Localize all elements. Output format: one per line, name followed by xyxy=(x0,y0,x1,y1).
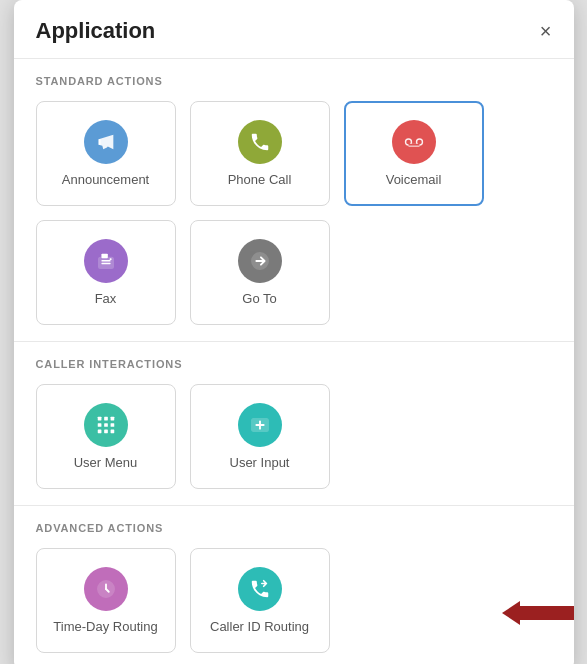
arrow-indicator xyxy=(502,601,574,625)
user-input-icon xyxy=(238,403,282,447)
advanced-actions-section: ADVANCED ACTIONS Time-Day Routing xyxy=(14,506,574,663)
go-to-icon xyxy=(238,239,282,283)
svg-rect-10 xyxy=(109,258,111,260)
svg-point-4 xyxy=(417,140,422,145)
svg-rect-16 xyxy=(104,423,108,427)
svg-rect-14 xyxy=(110,417,114,421)
user-menu-label: User Menu xyxy=(74,455,138,470)
caller-id-routing-card[interactable]: Caller ID Routing xyxy=(190,548,330,653)
caller-id-routing-icon xyxy=(238,567,282,611)
svg-rect-7 xyxy=(101,260,110,261)
application-modal: Application × STANDARD ACTIONS Announcem… xyxy=(14,0,574,664)
user-input-card[interactable]: User Input xyxy=(190,384,330,489)
svg-point-3 xyxy=(406,140,411,145)
svg-rect-9 xyxy=(101,254,107,259)
caller-interactions-label: CALLER INTERACTIONS xyxy=(36,358,552,370)
announcement-label: Announcement xyxy=(62,172,149,187)
time-day-routing-label: Time-Day Routing xyxy=(53,619,157,634)
go-to-label: Go To xyxy=(242,291,276,306)
advanced-actions-grid: Time-Day Routing Caller ID Routing xyxy=(36,548,552,653)
user-menu-card[interactable]: User Menu xyxy=(36,384,176,489)
caller-id-routing-label: Caller ID Routing xyxy=(210,619,309,634)
caller-interactions-grid: User Menu User Input xyxy=(36,384,552,489)
announcement-icon xyxy=(84,120,128,164)
close-button[interactable]: × xyxy=(540,21,552,41)
fax-icon xyxy=(84,239,128,283)
fax-label: Fax xyxy=(95,291,117,306)
modal-title: Application xyxy=(36,18,156,44)
phone-call-card[interactable]: Phone Call xyxy=(190,101,330,206)
standard-actions-label: STANDARD ACTIONS xyxy=(36,75,552,87)
svg-rect-15 xyxy=(97,423,101,427)
svg-rect-12 xyxy=(97,417,101,421)
svg-rect-19 xyxy=(104,430,108,434)
voicemail-label: Voicemail xyxy=(386,172,442,187)
modal-body: STANDARD ACTIONS Announcement xyxy=(14,59,574,664)
announcement-card[interactable]: Announcement xyxy=(36,101,176,206)
caller-interactions-section: CALLER INTERACTIONS xyxy=(14,342,574,499)
modal-header: Application × xyxy=(14,0,574,59)
svg-rect-18 xyxy=(97,430,101,434)
svg-rect-5 xyxy=(408,144,419,146)
standard-actions-section: STANDARD ACTIONS Announcement xyxy=(14,59,574,335)
svg-rect-13 xyxy=(104,417,108,421)
time-day-routing-icon xyxy=(84,567,128,611)
svg-rect-8 xyxy=(101,263,110,264)
fax-card[interactable]: Fax xyxy=(36,220,176,325)
voicemail-card[interactable]: Voicemail xyxy=(344,101,484,206)
voicemail-icon xyxy=(392,120,436,164)
time-day-routing-card[interactable]: Time-Day Routing xyxy=(36,548,176,653)
go-to-card[interactable]: Go To xyxy=(190,220,330,325)
svg-rect-17 xyxy=(110,423,114,427)
phone-call-label: Phone Call xyxy=(228,172,292,187)
svg-rect-20 xyxy=(110,430,114,434)
user-input-label: User Input xyxy=(230,455,290,470)
advanced-actions-label: ADVANCED ACTIONS xyxy=(36,522,552,534)
standard-actions-grid: Announcement Phone Call xyxy=(36,101,552,325)
user-menu-icon xyxy=(84,403,128,447)
phone-call-icon xyxy=(238,120,282,164)
